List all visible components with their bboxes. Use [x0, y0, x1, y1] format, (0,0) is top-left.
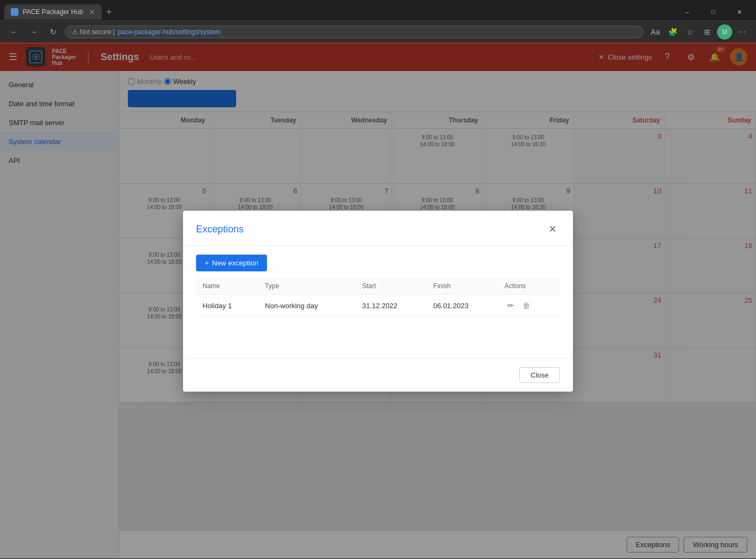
- row-name: Holiday 1: [196, 295, 258, 317]
- dialog-body: + New exception Name Type Start Finish A…: [183, 246, 573, 358]
- browser-chrome: PACE Packager Hub ✕ + – □ ✕ ← → ↻ ⚠ Not …: [0, 0, 756, 43]
- tab-close-icon[interactable]: ✕: [89, 8, 95, 16]
- browser-menu-icon[interactable]: ⋯: [734, 24, 750, 40]
- col-header-name: Name: [196, 278, 258, 295]
- table-header: Name Type Start Finish Actions: [196, 278, 560, 295]
- active-tab[interactable]: PACE Packager Hub ✕: [4, 4, 102, 20]
- close-window-button[interactable]: ✕: [727, 3, 752, 21]
- favorites-icon[interactable]: ☆: [682, 24, 698, 40]
- forward-button[interactable]: →: [26, 24, 41, 40]
- dialog-header: Exceptions ✕: [183, 211, 573, 246]
- dialog-title: Exceptions: [196, 224, 244, 235]
- edit-exception-button[interactable]: ✏: [504, 300, 517, 311]
- exceptions-table: Name Type Start Finish Actions Holiday 1…: [196, 278, 560, 317]
- window-controls: – □ ✕: [675, 3, 752, 21]
- delete-exception-button[interactable]: 🗑: [519, 300, 533, 311]
- table-body: Holiday 1 Non-working day 31.12.2022 06.…: [196, 295, 560, 317]
- dialog-overlay: Exceptions ✕ + New exception Name Type S…: [0, 43, 756, 559]
- col-header-start: Start: [356, 278, 427, 295]
- table-empty-space: [196, 317, 560, 349]
- maximize-button[interactable]: □: [701, 3, 726, 21]
- row-type: Non-working day: [258, 295, 355, 317]
- row-actions: ✏ 🗑: [498, 295, 560, 317]
- address-bar: ← → ↻ ⚠ Not secure | pace-packager-hub/s…: [0, 21, 756, 43]
- plus-icon: +: [205, 259, 209, 267]
- dialog-footer: Close: [183, 358, 573, 392]
- reader-mode-icon[interactable]: Aa: [648, 24, 663, 40]
- browser-toolbar-icons: Aa 🧩 ☆ ⊞ U ⋯: [648, 24, 750, 40]
- col-header-finish: Finish: [427, 278, 498, 295]
- dialog-close-button[interactable]: ✕: [545, 222, 560, 237]
- url-text: pace-packager-hub/settings/system: [118, 28, 220, 36]
- table-row: Holiday 1 Non-working day 31.12.2022 06.…: [196, 295, 560, 317]
- col-header-actions: Actions: [498, 278, 560, 295]
- tab-title: PACE Packager Hub: [23, 8, 84, 16]
- extensions-icon[interactable]: 🧩: [665, 24, 680, 40]
- new-tab-button[interactable]: +: [106, 6, 112, 18]
- minimize-button[interactable]: –: [675, 3, 700, 21]
- close-dialog-button[interactable]: Close: [519, 367, 560, 383]
- row-start: 31.12.2022: [356, 295, 427, 317]
- tab-favicon: [11, 8, 18, 16]
- back-button[interactable]: ←: [6, 24, 22, 40]
- refresh-button[interactable]: ↻: [45, 24, 61, 40]
- row-finish: 06.01.2023: [427, 295, 498, 317]
- url-bar[interactable]: ⚠ Not secure | pace-packager-hub/setting…: [65, 25, 643, 38]
- security-warning: ⚠ Not secure |: [72, 28, 115, 36]
- browser-profile-icon[interactable]: U: [717, 24, 732, 40]
- new-exception-button[interactable]: + New exception: [196, 255, 267, 271]
- exceptions-dialog: Exceptions ✕ + New exception Name Type S…: [183, 211, 573, 392]
- tab-bar: PACE Packager Hub ✕ + – □ ✕: [0, 0, 756, 21]
- col-header-type: Type: [258, 278, 355, 295]
- table-header-row: Name Type Start Finish Actions: [196, 278, 560, 295]
- collections-icon[interactable]: ⊞: [700, 24, 715, 40]
